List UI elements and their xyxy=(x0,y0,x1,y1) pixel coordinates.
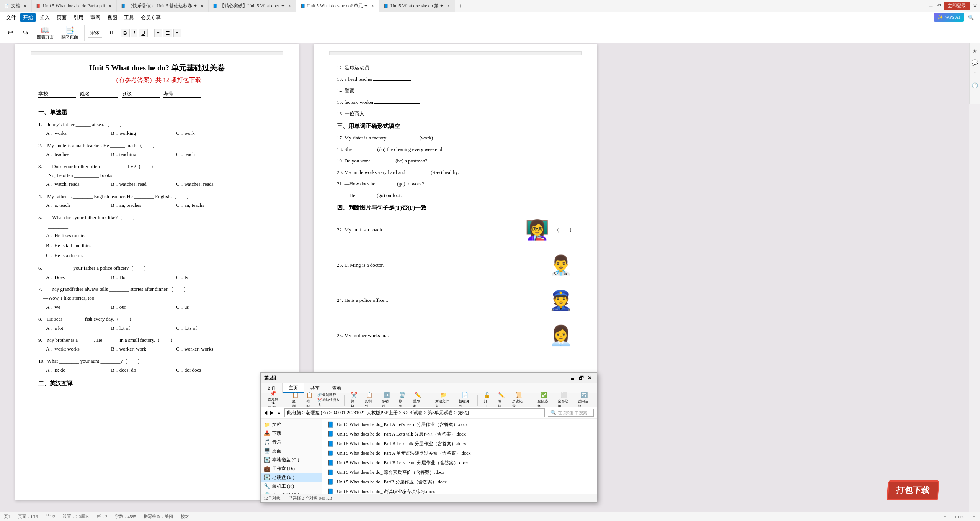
fe-minimize-icon[interactable]: 🗕 xyxy=(568,375,577,381)
tab-doc5[interactable]: 📘 Unit5 What doe she do 第 ✦ ✕ xyxy=(379,0,455,12)
fe-file-5[interactable]: 📘 Unit 5 What does he do_ Part B Let's l… xyxy=(325,459,594,467)
fe-copy-button[interactable]: 📋 复制 xyxy=(289,391,302,410)
sidebar-share-icon[interactable]: ⤴ xyxy=(971,70,979,78)
menu-vip[interactable]: 会员专享 xyxy=(138,13,164,22)
fe-forward-button[interactable]: ▶ xyxy=(270,410,274,416)
fe-search-box[interactable]: 🔍 在 第5组 中搜索 xyxy=(548,409,594,417)
menu-ref[interactable]: 引用 xyxy=(70,13,87,22)
font-size-selector[interactable]: 11 xyxy=(105,29,118,37)
question-4: 4. My father is ________ English teacher… xyxy=(38,192,276,210)
download-badge[interactable]: 打包下载 xyxy=(887,480,940,500)
fe-file-6[interactable]: 📘 Unit 5 What does he do_ 综合素质评价（含答案）.do… xyxy=(325,468,594,477)
fe-folder-music[interactable]: 🎵 音乐 xyxy=(261,438,322,447)
fe-history-button[interactable]: 📜 历史记录 xyxy=(509,391,528,410)
redo-button[interactable]: ↪ xyxy=(18,29,32,37)
menu-view[interactable]: 视图 xyxy=(104,13,120,22)
fe-drive-e[interactable]: 💽 老硬盘 (E:) xyxy=(261,473,322,482)
fe-maximize-icon[interactable]: 🗗 xyxy=(577,375,586,381)
fe-moveto-button[interactable]: ➡️ 移动到 xyxy=(379,391,394,410)
fe-file-2[interactable]: 📘 Unit 5 What does he do_ Part A Let's t… xyxy=(325,430,594,439)
search-button[interactable]: 🔍 xyxy=(965,13,977,22)
fe-file-7[interactable]: 📘 Unit 5 What does he do_ PartB 分层作业（含答案… xyxy=(325,478,594,487)
zoom-out-icon[interactable]: － xyxy=(942,514,947,519)
fe-file-1[interactable]: 📘 Unit 5 What does he do_ Part A Let's l… xyxy=(325,420,594,429)
menu-file[interactable]: 文件 xyxy=(3,13,19,22)
fe-cut-button[interactable]: ✂️ 剪切 xyxy=(348,391,360,410)
tab-doc2-close[interactable]: ✕ xyxy=(199,3,204,9)
fe-back-button[interactable]: ◀ xyxy=(264,410,267,416)
sidebar-history-icon[interactable]: 🕐 xyxy=(971,81,979,90)
sidebar-more-icon[interactable]: ⋮ xyxy=(971,93,979,101)
menu-insert[interactable]: 插入 xyxy=(37,13,53,22)
tab-doc2[interactable]: 📘 （快乐暑假） Unit 5 基础达标卷 ✦ ✕ xyxy=(117,0,209,12)
fe-close-icon[interactable]: ✕ xyxy=(586,375,594,381)
fe-drive-g[interactable]: 💿 娱乐直播 (G:) xyxy=(261,491,322,494)
fe-folder-desktop[interactable]: 🖥️ 桌面 xyxy=(261,447,322,455)
menu-page[interactable]: 页面 xyxy=(54,13,70,22)
fe-drive-c-label: 本地磁盘 (C:) xyxy=(272,457,299,463)
readpage-button[interactable]: 📑 翻阅页面 xyxy=(58,26,81,41)
zoom-in-icon[interactable]: ＋ xyxy=(972,514,976,519)
fe-drive-d[interactable]: 💼 工作室 (D:) xyxy=(261,464,322,473)
fe-copyto-button[interactable]: 📋 复制到 xyxy=(362,391,377,410)
font-family-selector[interactable]: 宋体 xyxy=(88,29,102,38)
fe-rename-button[interactable]: ✏️ 重命名 xyxy=(410,391,426,410)
new-tab-button[interactable]: + xyxy=(455,0,466,12)
fe-folder-documents[interactable]: 📁 文档 xyxy=(261,420,322,429)
fe-open-button[interactable]: 🔓 打开 xyxy=(481,391,493,410)
fe-file5-icon: 📘 xyxy=(327,460,334,466)
align-center-button[interactable]: ☰ xyxy=(163,29,172,37)
close-icon[interactable]: ✕ xyxy=(973,3,977,9)
login-button[interactable]: 立即登录 xyxy=(944,2,970,10)
sidebar-star-icon[interactable]: ★ xyxy=(971,47,979,55)
fe-file-8[interactable]: 📘 Unit 5 What does he do_ 说说职业态专项练习.docx xyxy=(325,487,594,494)
restore-icon[interactable]: 🗗 xyxy=(936,3,941,9)
fe-invertselect-button[interactable]: 🔄 反向选择 xyxy=(575,391,594,410)
tab-doc4[interactable]: 📘 Unit 5 What does he do? 单元 ✦ ✕ xyxy=(296,0,380,12)
fe-paste-button[interactable]: 📋 粘贴 xyxy=(303,391,316,410)
align-right-button[interactable]: ≡ xyxy=(173,29,181,37)
menu-tools[interactable]: 工具 xyxy=(121,13,137,22)
tab-doc2-label: （快乐暑假） Unit 5 基础达标卷 ✦ xyxy=(128,3,197,9)
tab-doc4-close[interactable]: ✕ xyxy=(370,3,375,9)
redo-icon: ↪ xyxy=(23,29,28,36)
fe-drive-f[interactable]: 🔧 装机工 (F:) xyxy=(261,482,322,491)
fe-selectall-button[interactable]: ✅ 全部选择 xyxy=(534,391,553,410)
sidebar-comment-icon[interactable]: 💬 xyxy=(971,58,979,67)
align-left-button[interactable]: ≡ xyxy=(154,29,162,37)
fe-delete-button[interactable]: 🗑️ 删除 xyxy=(396,391,408,410)
fe-drive-c[interactable]: 💽 本地磁盘 (C:) xyxy=(261,455,322,464)
undo-button[interactable]: ↩ xyxy=(3,28,17,38)
tab-pdf1-close[interactable]: ✕ xyxy=(107,3,113,9)
flippage-button[interactable]: 📖 翻墙页面 xyxy=(34,26,57,41)
fe-rename-icon: ✏️ xyxy=(415,392,421,398)
tab-doc1-close[interactable]: ✕ xyxy=(22,3,28,9)
status-words: 字数：4585 xyxy=(115,514,136,519)
menu-start[interactable]: 开始 xyxy=(20,13,36,22)
underline-button[interactable]: U xyxy=(139,29,148,37)
fe-copypath-button[interactable]: 🔗 复制路径 ✂️ 粘贴快捷方式 xyxy=(317,393,341,408)
minimize-icon[interactable]: 🗕 xyxy=(929,3,933,9)
fe-deselectall-button[interactable]: ⬜ 全部取消 xyxy=(555,391,573,410)
section3-title: 三、用单词正确形式填空 xyxy=(337,123,574,130)
italic-button[interactable]: I xyxy=(131,29,138,37)
fe-up-button[interactable]: ▲ xyxy=(277,410,281,416)
menu-review[interactable]: 审阅 xyxy=(87,13,103,22)
wps-ai-button[interactable]: ✨ WPS AI xyxy=(934,13,964,22)
fe-tab-view[interactable]: 查看 xyxy=(326,383,348,393)
tab-doc3[interactable]: 📘 【精心突破】Unit 5 What does ✦ ✕ xyxy=(209,0,296,12)
page-handle[interactable]: ⋮⋮ xyxy=(11,270,19,274)
tab-doc1[interactable]: 📄 文档 ✕ xyxy=(0,0,32,12)
fe-selectall-icon: ✅ xyxy=(541,392,547,398)
fe-edit-button[interactable]: ✏️ 编辑 xyxy=(495,391,508,410)
fe-file-3[interactable]: 📘 Unit 5 What does he do_ Part B Let's t… xyxy=(325,439,594,448)
fe-newfolder-button[interactable]: 📁 新建文件夹 xyxy=(432,391,454,410)
tab-pdf1[interactable]: 📕 Unit 5 What does he do Part.a.pdf ✕ xyxy=(32,0,117,12)
fe-address-path[interactable]: 此电脑 > 老硬盘 (E:) > 0.0001-20231021-人教版PEP上… xyxy=(284,408,545,417)
tab-doc5-close[interactable]: ✕ xyxy=(446,3,451,9)
fe-newitem-button[interactable]: 📄 新建项目 xyxy=(456,391,474,410)
fe-folder-downloads[interactable]: 📥 下载 xyxy=(261,429,322,438)
bold-button[interactable]: B xyxy=(121,29,130,37)
fe-file-4[interactable]: 📘 Unit 5 What does he do_ Part A 单元语法随点过… xyxy=(325,449,594,458)
tab-doc3-close[interactable]: ✕ xyxy=(287,3,292,9)
